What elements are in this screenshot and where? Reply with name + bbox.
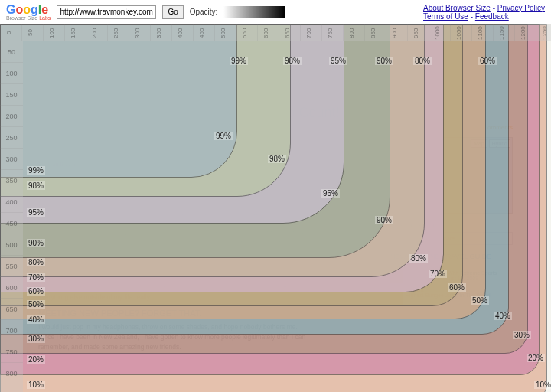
map-widget[interactable]: Map Hybrid	[390, 137, 513, 214]
guide-thumb-icon	[390, 292, 403, 305]
nav-writers[interactable]: TRAVEL WRITERS	[129, 79, 182, 86]
ruler-tick: 650	[0, 299, 23, 320]
ruler-tick: 100	[0, 63, 23, 84]
pct-top-98: 98%	[283, 57, 302, 65]
go-button[interactable]: Go	[162, 5, 183, 19]
ruler-tick: 800	[343, 24, 364, 41]
top-toolbar: Google Browser Size Labs Go Opacity: Abo…	[0, 0, 551, 24]
ruler-tick: 1050	[450, 24, 471, 41]
ruler-tick: 200	[0, 106, 23, 127]
nav-advice[interactable]: TRAVEL ADVICE	[194, 79, 242, 86]
map-tab-map[interactable]: Map	[471, 139, 487, 148]
pct-top-90: 90%	[375, 57, 393, 65]
ruler-tick: 250	[0, 127, 23, 149]
guide-meta-1: TravMonkey - August 12, 2009	[406, 276, 497, 281]
ruler-tick: 200	[86, 24, 107, 41]
guide-category-1: Travel Feature	[390, 265, 513, 270]
google-logo: Google Browser Size Labs	[6, 3, 51, 21]
ruler-tick: 1000	[429, 24, 450, 41]
ruler-tick: 600	[0, 277, 23, 299]
ruler-tick: 350	[0, 170, 23, 191]
share-box: 16 1 Tweet Share	[390, 232, 513, 245]
paragraph-4: I would just pop in my headphones, throw…	[38, 322, 314, 351]
pct-left-98: 98%	[27, 181, 45, 190]
ruler-tick: 300	[129, 24, 150, 41]
follower-count: 350 followers	[126, 143, 158, 149]
ruler-tick: 400	[171, 24, 193, 41]
ruler-tick: 50	[0, 41, 23, 63]
pct-top-95: 95%	[329, 57, 347, 65]
ruler-tick: 300	[0, 149, 23, 170]
ruler-tick: 600	[257, 24, 279, 41]
opacity-slider[interactable]	[223, 6, 285, 18]
main-nav: HOME TRAVEL GUIDES TRAVEL WRITERS TRAVEL…	[38, 79, 513, 86]
ruler-tick: 850	[364, 24, 386, 41]
site-logo[interactable]: TravMonkey	[38, 55, 513, 73]
pct-label-80: 80%	[409, 254, 428, 263]
pct-label-99: 99%	[214, 132, 233, 140]
feedback-link[interactable]: Feedback	[475, 12, 509, 21]
pct-label-40: 40%	[494, 312, 512, 320]
map-tab-hybrid[interactable]: Hybrid	[489, 139, 510, 148]
ruler-tick: 1250	[536, 24, 551, 41]
share-count-1: 16	[394, 236, 400, 241]
pct-left-20: 20%	[27, 355, 45, 364]
ruler-tick: 900	[386, 24, 407, 41]
pct-left-70: 70%	[27, 273, 45, 282]
pct-left-10: 10%	[27, 381, 45, 389]
privacy-link[interactable]: Privacy Policy	[497, 4, 545, 12]
ruler-tick: 500	[0, 234, 23, 256]
guide-title-1: Travel The World With Extreme Sports	[406, 270, 497, 276]
pct-left-30: 30%	[27, 335, 45, 343]
terms-link[interactable]: Terms of Use	[423, 12, 468, 21]
pct-label-98: 98%	[268, 155, 286, 163]
vertical-ruler: 5010015020025030035040045050055060065070…	[0, 41, 23, 392]
ruler-tick: 750	[0, 341, 23, 363]
ruler-tick: 950	[407, 24, 429, 41]
ruler-tick: 100	[43, 24, 64, 41]
section-heading: MEETING NEW PEOPLE? FORGET THAT.	[38, 309, 513, 318]
about-link[interactable]: About Browser Size	[423, 4, 491, 12]
pct-left-40: 40%	[27, 315, 45, 324]
nav-guides[interactable]: TRAVEL GUIDES	[69, 79, 117, 86]
pct-label-95: 95%	[321, 189, 340, 198]
ruler-tick: 450	[193, 24, 214, 41]
ruler-tick: 550	[236, 24, 257, 41]
ruler-tick: 0	[0, 24, 21, 41]
opacity-label: Opacity:	[190, 8, 218, 16]
sidebar: Comments Map Hybrid Share this article 1…	[390, 124, 513, 309]
pct-left-90: 90%	[27, 239, 45, 247]
ruler-tick: 800	[0, 363, 23, 384]
pct-left-80: 80%	[27, 258, 45, 266]
nav-blog[interactable]: BLOG	[254, 79, 271, 86]
guide-item-2[interactable]: Highest Bungee Jump In The World	[390, 292, 513, 305]
ruler-tick: 400	[0, 191, 23, 213]
ruler-tick: 700	[0, 320, 23, 341]
follow-button[interactable]: Follow @JustChuckinIt	[60, 141, 122, 151]
url-input[interactable]	[57, 5, 156, 19]
ruler-tick: 150	[64, 24, 86, 41]
share-heading: Share this article	[390, 221, 513, 229]
ruler-tick: 150	[0, 84, 23, 106]
paragraph-1: It is now just over two months since I d…	[38, 173, 314, 202]
tweet-button[interactable]: Tweet	[419, 236, 433, 241]
ruler-tick: 1100	[471, 24, 493, 41]
header-links: About Browser Size - Privacy Policy Term…	[423, 4, 545, 21]
viewport: TravMonkey HOME TRAVEL GUIDES TRAVEL WRI…	[0, 24, 551, 392]
ruler-tick: 500	[214, 24, 236, 41]
underlying-page: TravMonkey HOME TRAVEL GUIDES TRAVEL WRI…	[0, 24, 551, 392]
paragraph-3: Over the past 60+ days I have experience…	[38, 263, 314, 302]
pct-left-99: 99%	[27, 166, 45, 175]
ruler-tick: 350	[150, 24, 171, 41]
ruler-tick: 250	[107, 24, 129, 41]
ruler-tick: 1200	[514, 24, 536, 41]
pct-label-60: 60%	[448, 283, 466, 292]
page-title: Two Months Of Travel, Too Many Firsts To…	[38, 105, 513, 121]
nav-home[interactable]: HOME	[38, 79, 57, 86]
share-button[interactable]: Share	[440, 236, 455, 241]
pct-left-50: 50%	[27, 300, 45, 309]
comments-link[interactable]: Comments	[390, 124, 513, 131]
pct-top-80b: 80%	[413, 57, 432, 65]
ruler-tick: 1150	[493, 24, 514, 41]
guide-item-1[interactable]: Travel The World With Extreme Sports Tra…	[390, 270, 513, 283]
